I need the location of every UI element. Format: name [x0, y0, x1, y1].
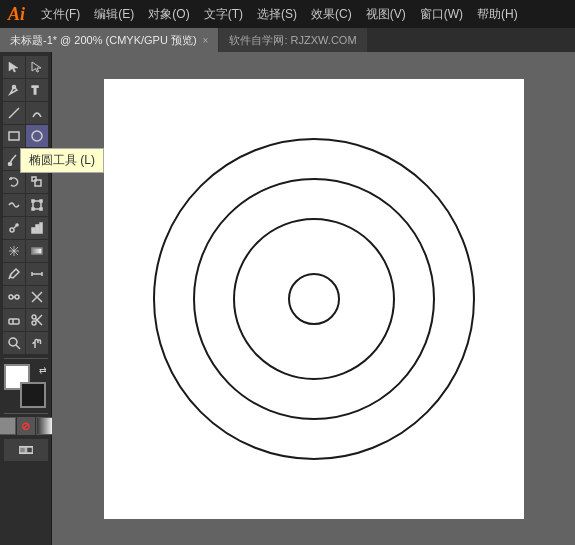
svg-rect-7 — [32, 177, 36, 181]
free-transform-tool[interactable] — [26, 194, 48, 216]
tool-row-8 — [3, 240, 48, 262]
eraser-tool[interactable] — [3, 309, 25, 331]
svg-point-4 — [32, 131, 42, 141]
tool-row-1 — [3, 56, 48, 78]
eyedropper-tool[interactable] — [3, 263, 25, 285]
svg-rect-15 — [32, 228, 35, 233]
svg-point-13 — [10, 228, 14, 232]
svg-rect-18 — [32, 248, 42, 254]
tool-row-7 — [3, 217, 48, 239]
tab-close-button[interactable]: × — [203, 35, 209, 46]
gradient-tool[interactable] — [26, 240, 48, 262]
tool-row-4 — [3, 148, 48, 170]
stroke-color-swatch[interactable] — [20, 382, 46, 408]
color-mode-row: ⊘ — [0, 417, 54, 435]
screen-mode-button[interactable] — [4, 439, 48, 461]
tab-active[interactable]: 未标题-1* @ 200% (CMYK/GPU 预览) × — [0, 28, 219, 52]
gradient-fill-button[interactable] — [36, 417, 54, 435]
tab-active-label: 未标题-1* @ 200% (CMYK/GPU 预览) — [10, 33, 197, 48]
menu-help[interactable]: 帮助(H) — [471, 4, 524, 25]
tab-inactive[interactable]: 软件自学网: RJZXW.COM — [219, 28, 366, 52]
svg-rect-16 — [36, 225, 39, 233]
warp-tool[interactable] — [3, 194, 25, 216]
svg-rect-3 — [9, 132, 19, 140]
svg-rect-28 — [9, 319, 19, 324]
toolbar-separator-1 — [4, 358, 48, 359]
circle-mid1 — [194, 179, 434, 419]
svg-line-19 — [9, 274, 11, 279]
color-fill-button[interactable] — [0, 417, 16, 435]
tab-inactive-label: 软件自学网: RJZXW.COM — [229, 33, 356, 48]
rotate-tool[interactable] — [3, 171, 25, 193]
tool-row-11 — [3, 309, 48, 331]
svg-rect-11 — [32, 208, 34, 210]
svg-rect-9 — [32, 200, 34, 202]
svg-rect-17 — [40, 223, 42, 233]
app-logo: Ai — [8, 4, 25, 25]
tool-row-3 — [3, 102, 48, 124]
screen-mode-area — [4, 439, 48, 461]
type-tool[interactable]: T — [26, 79, 48, 101]
menu-effect[interactable]: 效果(C) — [305, 4, 358, 25]
scale-tool[interactable] — [26, 171, 48, 193]
canvas-area — [52, 52, 575, 545]
svg-point-24 — [15, 295, 19, 299]
menu-view[interactable]: 视图(V) — [360, 4, 412, 25]
menu-object[interactable]: 对象(O) — [142, 4, 195, 25]
svg-point-34 — [9, 338, 17, 346]
svg-line-35 — [16, 345, 20, 349]
hand-tool[interactable] — [26, 332, 48, 354]
swap-colors-icon[interactable]: ⇄ — [39, 365, 47, 375]
toolbar-separator-2 — [4, 413, 48, 414]
selection-tool[interactable] — [3, 56, 25, 78]
circle-inner — [289, 274, 339, 324]
toolbar: T 椭圆工具 (L) — [0, 52, 52, 545]
measure-tool[interactable] — [26, 263, 48, 285]
line-tool[interactable] — [3, 102, 25, 124]
tool-row-2: T — [3, 79, 48, 101]
menu-bar: 文件(F) 编辑(E) 对象(O) 文字(T) 选择(S) 效果(C) 视图(V… — [35, 4, 524, 25]
zoom-tool[interactable] — [3, 332, 25, 354]
svg-point-30 — [32, 315, 36, 319]
canvas-document — [104, 79, 524, 519]
tool-row-9 — [3, 263, 48, 285]
menu-edit[interactable]: 编辑(E) — [88, 4, 140, 25]
blend-tool[interactable] — [3, 286, 25, 308]
menu-text[interactable]: 文字(T) — [198, 4, 249, 25]
pencil-tool[interactable] — [26, 148, 48, 170]
circle-outer — [154, 139, 474, 459]
svg-rect-37 — [19, 447, 25, 453]
menu-file[interactable]: 文件(F) — [35, 4, 86, 25]
ellipse-tool[interactable] — [26, 125, 48, 147]
menu-select[interactable]: 选择(S) — [251, 4, 303, 25]
mesh-tool[interactable] — [3, 240, 25, 262]
main-area: T 椭圆工具 (L) — [0, 52, 575, 545]
slice-tool[interactable] — [26, 286, 48, 308]
tool-row-10 — [3, 286, 48, 308]
artwork-svg — [114, 99, 514, 499]
title-bar: Ai 文件(F) 编辑(E) 对象(O) 文字(T) 选择(S) 效果(C) 视… — [0, 0, 575, 28]
brush-tool[interactable] — [3, 148, 25, 170]
direct-select-tool[interactable] — [26, 56, 48, 78]
menu-window[interactable]: 窗口(W) — [414, 4, 469, 25]
column-graph-tool[interactable] — [26, 217, 48, 239]
svg-point-14 — [16, 224, 18, 226]
tool-row-rect-ellipse — [3, 125, 48, 147]
svg-point-23 — [9, 295, 13, 299]
none-fill-button[interactable]: ⊘ — [17, 417, 35, 435]
pen-tool[interactable] — [3, 79, 25, 101]
tab-bar: 未标题-1* @ 200% (CMYK/GPU 预览) × 软件自学网: RJZ… — [0, 28, 575, 52]
svg-text:T: T — [32, 85, 38, 96]
tool-row-6 — [3, 194, 48, 216]
tool-row-zoom-hand — [3, 332, 48, 354]
svg-rect-12 — [40, 208, 42, 210]
symbol-sprayer-tool[interactable] — [3, 217, 25, 239]
arc-tool[interactable] — [26, 102, 48, 124]
tool-row-5 — [3, 171, 48, 193]
scissors-tool[interactable] — [26, 309, 48, 331]
svg-rect-10 — [40, 200, 42, 202]
rectangle-tool[interactable] — [3, 125, 25, 147]
svg-line-2 — [9, 108, 19, 118]
svg-point-31 — [32, 321, 36, 325]
svg-rect-38 — [26, 447, 32, 453]
